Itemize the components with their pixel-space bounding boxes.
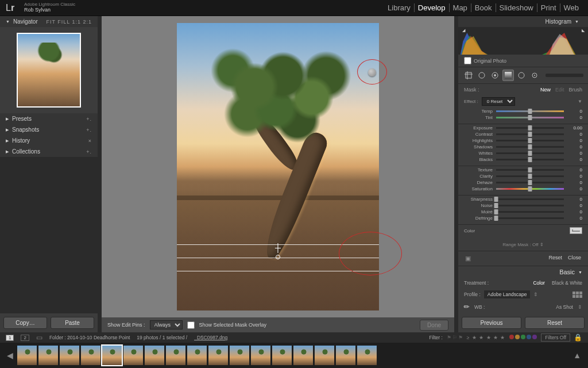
filmstrip-thumb[interactable] (187, 346, 207, 365)
navigator-header[interactable]: ▼ Navigator FIT FILL 1:1 2:1 (0, 16, 98, 27)
range-mask-row[interactable]: Range Mask : Off ⇕ (458, 239, 588, 251)
previous-button[interactable]: Previous (462, 317, 521, 329)
clip-highlights-icon[interactable]: ◣ (580, 28, 586, 34)
panel-disclosure-icon[interactable]: ▼ (578, 99, 582, 104)
filmstrip-prev-icon[interactable]: ◀ (5, 351, 16, 360)
filmstrip-thumb[interactable] (272, 346, 292, 365)
slider-saturation[interactable]: Saturation0 (464, 186, 582, 191)
tool-strip-slider[interactable] (546, 74, 583, 77)
canvas[interactable]: ┼ (102, 16, 454, 317)
gradient-bottom-line[interactable] (177, 271, 379, 271)
wb-dropper-icon[interactable]: ✎ (462, 302, 472, 312)
basic-panel-header[interactable]: Basic ▼ (458, 266, 588, 278)
profile-browser-icon[interactable] (572, 292, 582, 298)
panel-switch-icon[interactable]: ▣ (465, 255, 471, 262)
reset-button[interactable]: Reset (525, 317, 585, 329)
profile-select[interactable]: Adobe Landscape (484, 290, 531, 298)
gradient-rotate-handle[interactable] (276, 255, 280, 259)
adjustment-pin[interactable] (368, 68, 376, 76)
panel-history[interactable]: ▶History× (0, 135, 98, 146)
wb-select[interactable]: As Shot (556, 304, 573, 310)
module-develop[interactable]: Develop (414, 3, 449, 12)
slider-defringe[interactable]: Defringe0 (464, 216, 582, 221)
module-book[interactable]: Book (471, 3, 496, 12)
slider-whites[interactable]: Whites0 (464, 151, 582, 156)
tool-close-button[interactable]: Close (568, 255, 581, 262)
view-mode-2[interactable]: 2 (21, 335, 29, 341)
filmstrip-thumb[interactable] (336, 346, 355, 365)
flag-filters[interactable]: ⚑⚐⚑ (446, 335, 463, 340)
navigator-thumbnail[interactable] (17, 33, 81, 108)
module-map[interactable]: Map (449, 3, 471, 12)
brush-tool-icon[interactable] (529, 70, 540, 81)
slider-sharpness[interactable]: Sharpness0 (464, 197, 582, 202)
slider-shadows[interactable]: Shadows0 (464, 144, 582, 150)
done-button[interactable]: Done (420, 320, 448, 331)
treatment-bw[interactable]: Black & White (552, 280, 582, 286)
effect-select[interactable]: 0 Reset (482, 97, 515, 106)
filmstrip-thumb[interactable] (208, 346, 228, 365)
filmstrip-thumb[interactable] (251, 346, 270, 365)
slider-highlights[interactable]: Highlights0 (464, 138, 582, 143)
copy-button[interactable]: Copy… (3, 317, 47, 329)
filmstrip-thumb[interactable] (60, 346, 79, 365)
original-photo-checkbox[interactable] (464, 57, 471, 64)
view-mode-1[interactable]: 1 (6, 335, 14, 341)
show-pins-select[interactable]: Always (150, 320, 183, 329)
module-library[interactable]: Library (384, 3, 414, 12)
panel-snapshots[interactable]: ▶Snapshots+. (0, 124, 98, 135)
filmstrip-thumb[interactable] (145, 346, 164, 365)
slider-noise[interactable]: Noise0 (464, 203, 582, 208)
filmstrip-thumb[interactable] (17, 346, 37, 365)
filters-off-button[interactable]: Filters Off (541, 334, 570, 342)
color-label-filter[interactable] (509, 335, 537, 340)
module-print[interactable]: Print (537, 3, 560, 12)
filmstrip-thumb[interactable] (293, 346, 313, 365)
right-panel-edge[interactable] (454, 16, 458, 332)
slider-clarity[interactable]: Clarity0 (464, 174, 582, 179)
filmstrip-thumb[interactable] (357, 346, 377, 365)
filename[interactable]: _DSC0987.dng (194, 335, 227, 340)
filmstrip-size-icon[interactable]: ▲ (571, 351, 583, 360)
overlay-checkbox[interactable] (187, 321, 195, 329)
slider-exposure[interactable]: Exposure0.00 (464, 125, 582, 131)
radial-tool-icon[interactable] (516, 70, 527, 81)
filmstrip-thumb[interactable] (315, 346, 334, 365)
color-swatch[interactable] (570, 227, 582, 234)
module-web[interactable]: Web (560, 3, 583, 12)
navigator-zoom-options[interactable]: FIT FILL 1:1 2:1 (46, 19, 92, 25)
filmstrip-thumb[interactable] (38, 346, 58, 365)
filter-lock-icon[interactable]: 🔒 (574, 334, 582, 342)
photo-preview[interactable]: ┼ (177, 23, 379, 310)
mask-tab-brush[interactable]: Brush (568, 87, 582, 93)
gradient-tool-icon[interactable] (502, 70, 514, 81)
second-monitor-icon[interactable]: ▭ (36, 334, 42, 342)
original-photo-row[interactable]: Original Photo (458, 55, 588, 67)
rating-filter[interactable]: ≥ ★ ★ ★ ★ ★ (467, 335, 505, 340)
module-slideshow[interactable]: Slideshow (496, 3, 537, 12)
slider-texture[interactable]: Texture0 (464, 167, 582, 172)
gradient-center-handle[interactable]: ┼ (275, 243, 281, 252)
filmstrip-thumb[interactable] (166, 346, 185, 365)
treatment-color[interactable]: Color (533, 280, 544, 286)
filmstrip-thumb[interactable] (102, 346, 122, 365)
filmstrip-thumb[interactable] (230, 346, 249, 365)
filmstrip-thumb[interactable] (123, 346, 143, 365)
histogram[interactable]: ◢ ◣ R 17.2 G 13.2 B 12.0 % (458, 27, 588, 55)
panel-collections[interactable]: ▶Collections+. (0, 146, 98, 157)
filmstrip-thumb[interactable] (81, 346, 100, 365)
mask-tab-new[interactable]: New (540, 87, 551, 93)
slider-blacks[interactable]: Blacks0 (464, 157, 582, 162)
clip-shadows-icon[interactable]: ◢ (461, 28, 466, 34)
left-panel-edge[interactable] (98, 16, 102, 332)
slider-moiré[interactable]: Moiré0 (464, 209, 582, 214)
tool-reset-button[interactable]: Reset (548, 255, 562, 262)
slider-dehaze[interactable]: Dehaze0 (464, 180, 582, 185)
paste-button[interactable]: Paste (51, 317, 94, 329)
crop-tool-icon[interactable] (463, 70, 474, 81)
slider-contrast[interactable]: Contrast0 (464, 132, 582, 137)
slider-temp[interactable]: Temp0 (464, 109, 582, 114)
folder-path[interactable]: Folder : 2014-10-10 Deadhorse Point (49, 335, 130, 340)
panel-presets[interactable]: ▶Presets+. (0, 113, 98, 124)
mask-tab-edit[interactable]: Edit (555, 87, 564, 93)
